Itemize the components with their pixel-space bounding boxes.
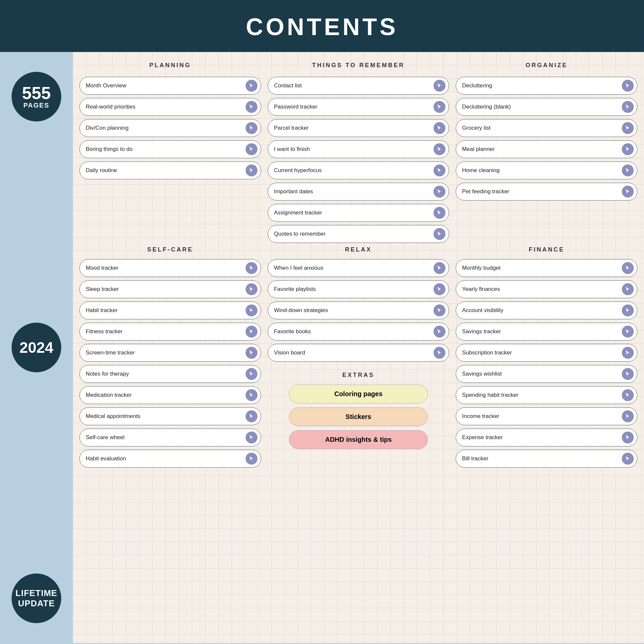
selfcare-column: SELF-CARE Mood tracker Sleep tracker Hab… (79, 246, 261, 471)
list-item[interactable]: Assignment tracker (268, 204, 449, 222)
list-item[interactable]: Important dates (268, 183, 449, 201)
cursor-icon (622, 410, 634, 422)
list-item[interactable]: Account visibility (456, 301, 637, 319)
item-label: Decluttering (blank) (462, 104, 511, 110)
cursor-icon (246, 326, 257, 338)
list-item[interactable]: Current hyperfocus (268, 161, 449, 179)
cursor-icon (434, 304, 445, 316)
list-item[interactable]: Habit evaluation (79, 450, 261, 468)
cursor-icon (246, 283, 257, 295)
item-label: Parcel tracker (274, 125, 309, 131)
list-item[interactable]: Div/Con planning (79, 119, 261, 137)
cursor-icon (622, 186, 634, 198)
list-item[interactable]: Sleep tracker (79, 280, 261, 298)
cursor-icon (622, 347, 634, 359)
things-column: THINGS TO REMEMBER Contact list Password… (268, 62, 449, 246)
item-label: Medical appointments (86, 413, 140, 420)
extras-button[interactable]: Coloring pages (289, 385, 428, 403)
cursor-icon (246, 262, 257, 274)
item-label: Important dates (274, 188, 313, 195)
list-item[interactable]: Daily routine (79, 161, 261, 179)
list-item[interactable]: Screen-time tracker (79, 344, 261, 362)
list-item[interactable]: Fitness tracker (79, 323, 261, 341)
top-columns: PLANNING Month Overview Real-world prior… (79, 62, 637, 246)
planning-column: PLANNING Month Overview Real-world prior… (79, 62, 261, 246)
item-label: Wind-down strategies (274, 307, 328, 314)
item-label: Savings wishlist (462, 371, 502, 377)
list-item[interactable]: Decluttering (456, 77, 637, 95)
item-label: Fitness tracker (86, 328, 122, 335)
list-item[interactable]: Real-world priorities (79, 98, 261, 116)
list-item[interactable]: Vision board (268, 344, 449, 362)
item-label: Real-world priorities (86, 104, 135, 110)
list-item[interactable]: Wind-down strategies (268, 301, 449, 319)
item-label: Month Overview (86, 82, 126, 89)
extras-button[interactable]: ADHD insights & tips (289, 430, 428, 449)
pages-number: 555 (22, 84, 51, 102)
extras-section: EXTRAS Coloring pagesStickersADHD insigh… (268, 372, 449, 453)
list-item[interactable]: Contact list (268, 77, 449, 95)
things-items: Contact list Password tracker Parcel tra… (268, 77, 449, 243)
item-label: Sleep tracker (86, 286, 119, 293)
item-label: Bill tracker (462, 455, 488, 462)
organize-title: ORGANIZE (456, 62, 637, 71)
list-item[interactable]: Medication tracker (79, 386, 261, 404)
list-item[interactable]: Subscription tracker (456, 344, 637, 362)
selfcare-title: SELF-CARE (79, 246, 261, 253)
extras-button[interactable]: Stickers (289, 407, 428, 426)
list-item[interactable]: Quotes to remember (268, 225, 449, 243)
things-title: THINGS TO REMEMBER (268, 62, 449, 71)
list-item[interactable]: Medical appointments (79, 407, 261, 425)
list-item[interactable]: Month Overview (79, 77, 261, 95)
content-area: PLANNING Month Overview Real-world prior… (73, 52, 644, 643)
list-item[interactable]: Yearly finances (456, 280, 637, 298)
list-item[interactable]: Grocery list (456, 119, 637, 137)
list-item[interactable]: Meal planner (456, 140, 637, 158)
organize-items: Decluttering Decluttering (blank) Grocer… (456, 77, 637, 201)
planning-items: Month Overview Real-world priorities Div… (79, 77, 261, 179)
list-item[interactable]: Boring things to do (79, 140, 261, 158)
relax-extras-column: RELAX When I feel anxious Favorite playl… (268, 246, 449, 471)
list-item[interactable]: Expense tracker (456, 429, 637, 446)
cursor-icon (246, 453, 257, 465)
item-label: Habit tracker (86, 307, 117, 314)
list-item[interactable]: Password tracker (268, 98, 449, 116)
list-item[interactable]: I want to finish (268, 140, 449, 158)
list-item[interactable]: Self-care wheel (79, 429, 261, 446)
lifetime-label: LIFETIMEUPDATE (16, 588, 57, 609)
list-item[interactable]: Habit tracker (79, 301, 261, 319)
cursor-icon (434, 347, 445, 359)
cursor-icon (622, 326, 634, 338)
list-item[interactable]: Pet feeding tracker (456, 183, 637, 201)
cursor-icon (246, 368, 257, 380)
list-item[interactable]: Bill tracker (456, 450, 637, 468)
list-item[interactable]: Decluttering (blank) (456, 98, 637, 116)
cursor-icon (434, 101, 445, 113)
list-item[interactable]: When I feel anxious (268, 259, 449, 277)
list-item[interactable]: Home cleaning (456, 161, 637, 179)
cursor-icon (622, 262, 634, 274)
list-item[interactable]: Savings tracker (456, 323, 637, 341)
list-item[interactable]: Parcel tracker (268, 119, 449, 137)
item-label: I want to finish (274, 146, 310, 153)
list-item[interactable]: Income tracker (456, 407, 637, 425)
item-label: Income tracker (462, 413, 499, 420)
list-item[interactable]: Notes for therapy (79, 365, 261, 383)
cursor-icon (246, 101, 257, 113)
item-label: Habit evaluation (86, 455, 126, 462)
list-item[interactable]: Monthly budget (456, 259, 637, 277)
extras-buttons: Coloring pagesStickersADHD insights & ti… (289, 385, 428, 453)
year-label: 2024 (20, 339, 53, 356)
list-item[interactable]: Favorite books (268, 323, 449, 341)
cursor-icon (434, 122, 445, 134)
list-item[interactable]: Mood tracker (79, 259, 261, 277)
list-item[interactable]: Favorite playlists (268, 280, 449, 298)
list-item[interactable]: Spending habit tracker (456, 386, 637, 404)
item-label: Savings tracker (462, 328, 501, 335)
selfcare-items: Mood tracker Sleep tracker Habit tracker… (79, 259, 261, 468)
cursor-icon (622, 143, 634, 155)
cursor-icon (622, 122, 634, 134)
list-item[interactable]: Savings wishlist (456, 365, 637, 383)
item-label: Self-care wheel (86, 434, 124, 441)
cursor-icon (434, 143, 445, 155)
